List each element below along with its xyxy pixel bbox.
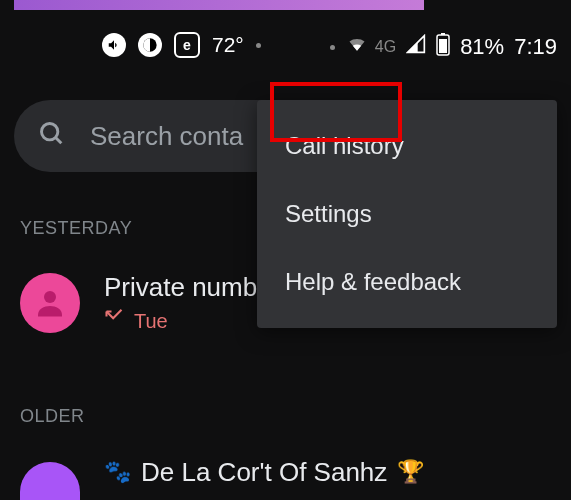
contact-row[interactable]: 🐾 De La Cor't Of Sanhz 🏆 — [20, 452, 424, 492]
status-bar-right: 4G 81% 7:19 — [330, 32, 557, 62]
volume-icon — [102, 33, 126, 57]
status-bar-left: e 72° — [102, 32, 261, 58]
trophy-icon: 🏆 — [397, 459, 424, 485]
svg-line-5 — [56, 138, 62, 144]
search-icon — [38, 120, 66, 152]
contact-name: 🐾 De La Cor't Of Sanhz 🏆 — [104, 457, 424, 488]
avatar — [20, 273, 80, 333]
contact-row[interactable]: Private numb Tue — [20, 272, 257, 334]
network-label: 4G — [375, 38, 396, 56]
separator-dot — [256, 43, 261, 48]
missed-call-icon — [104, 309, 124, 334]
overflow-menu: Call history Settings Help & feedback — [257, 100, 557, 328]
menu-help-feedback[interactable]: Help & feedback — [257, 248, 557, 316]
section-older: OLDER — [20, 406, 85, 427]
temperature: 72° — [212, 33, 244, 57]
contact-info: 🐾 De La Cor't Of Sanhz 🏆 — [104, 457, 424, 488]
accent-bar — [14, 0, 424, 10]
menu-settings[interactable]: Settings — [257, 180, 557, 248]
signal-icon — [406, 34, 426, 60]
svg-rect-3 — [441, 33, 445, 35]
svg-rect-2 — [439, 39, 447, 53]
battery-percent: 81% — [460, 34, 504, 60]
battery-icon — [436, 32, 450, 62]
paw-icon: 🐾 — [104, 459, 131, 485]
contact-subtitle: Tue — [104, 309, 257, 334]
dnd-icon — [138, 33, 162, 57]
svg-point-4 — [42, 124, 58, 140]
contact-name: Private numb — [104, 272, 257, 303]
menu-call-history[interactable]: Call history — [257, 112, 557, 180]
app-icon: e — [174, 32, 200, 58]
svg-point-6 — [44, 291, 56, 303]
section-yesterday: YESTERDAY — [20, 218, 132, 239]
avatar — [20, 462, 80, 500]
separator-dot — [330, 45, 335, 50]
wifi-icon — [345, 34, 369, 60]
clock-time: 7:19 — [514, 34, 557, 60]
search-placeholder: Search conta — [90, 121, 243, 152]
contact-day: Tue — [134, 310, 168, 333]
contact-info: Private numb Tue — [104, 272, 257, 334]
